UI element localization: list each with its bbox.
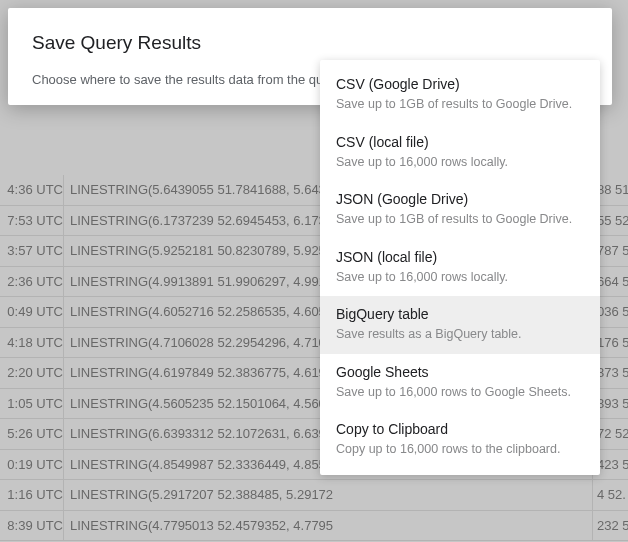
dialog-title: Save Query Results: [32, 32, 588, 54]
save-options-menu: CSV (Google Drive)Save up to 1GB of resu…: [320, 60, 600, 475]
menu-item-title: CSV (local file): [336, 134, 584, 150]
menu-item-title: JSON (Google Drive): [336, 191, 584, 207]
menu-item-desc: Save results as a BigQuery table.: [336, 326, 584, 344]
menu-item[interactable]: JSON (local file)Save up to 16,000 rows …: [320, 239, 600, 297]
menu-item[interactable]: CSV (Google Drive)Save up to 1GB of resu…: [320, 66, 600, 124]
menu-item[interactable]: Copy to ClipboardCopy up to 16,000 rows …: [320, 411, 600, 469]
menu-item[interactable]: Google SheetsSave up to 16,000 rows to G…: [320, 354, 600, 412]
menu-item[interactable]: JSON (Google Drive)Save up to 1GB of res…: [320, 181, 600, 239]
menu-item-desc: Save up to 16,000 rows locally.: [336, 269, 584, 287]
menu-item-title: Copy to Clipboard: [336, 421, 584, 437]
menu-item-desc: Save up to 16,000 rows locally.: [336, 154, 584, 172]
menu-item-desc: Copy up to 16,000 rows to the clipboard.: [336, 441, 584, 459]
menu-item[interactable]: CSV (local file)Save up to 16,000 rows l…: [320, 124, 600, 182]
menu-item-desc: Save up to 16,000 rows to Google Sheets.: [336, 384, 584, 402]
menu-item[interactable]: BigQuery tableSave results as a BigQuery…: [320, 296, 600, 354]
menu-item-title: JSON (local file): [336, 249, 584, 265]
menu-item-desc: Save up to 1GB of results to Google Driv…: [336, 96, 584, 114]
menu-item-desc: Save up to 1GB of results to Google Driv…: [336, 211, 584, 229]
menu-item-title: BigQuery table: [336, 306, 584, 322]
menu-item-title: Google Sheets: [336, 364, 584, 380]
menu-item-title: CSV (Google Drive): [336, 76, 584, 92]
